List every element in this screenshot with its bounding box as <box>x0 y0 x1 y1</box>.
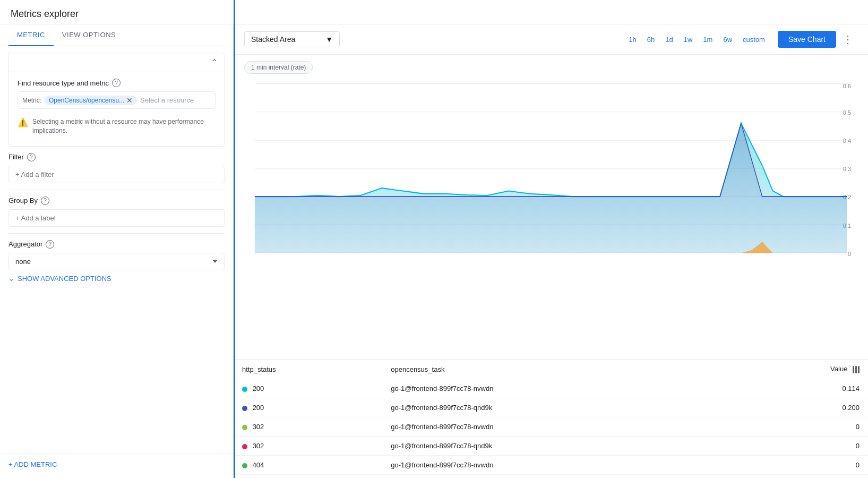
collapse-button[interactable]: ⌃ <box>211 57 218 67</box>
cell-value: 0 <box>733 417 868 437</box>
section-body: Find resource type and metric ? Metric: … <box>9 72 224 146</box>
filter-section: Filter ? <box>0 153 233 183</box>
warning-text: Selecting a metric without a resource ma… <box>32 117 216 135</box>
time-btn-1h[interactable]: 1h <box>624 32 640 47</box>
table-row: 302 go-1@frontend-899f7cc78-nvwdn 0 <box>234 417 868 437</box>
chart-type-label: Stacked Area <box>251 35 295 44</box>
time-btn-6w[interactable]: 6w <box>719 32 736 47</box>
color-dot <box>242 425 247 430</box>
warning-box: ⚠️ Selecting a metric without a resource… <box>18 113 216 140</box>
color-dot <box>242 444 247 449</box>
warning-icon: ⚠️ <box>18 117 28 127</box>
chart-toolbar: Stacked Area ▼ 1h 6h 1d 1w 1m 6w custom … <box>234 24 868 55</box>
color-dot <box>242 387 247 392</box>
chart-type-dropdown[interactable]: Stacked Area ▼ <box>244 31 340 47</box>
find-resource-help-icon[interactable]: ? <box>112 79 121 87</box>
color-dot <box>242 463 247 468</box>
time-btn-1w[interactable]: 1w <box>680 32 697 47</box>
cell-http-status: 200 <box>234 379 382 398</box>
add-metric-button[interactable]: + ADD METRIC <box>0 454 233 475</box>
time-btn-6h[interactable]: 6h <box>643 32 659 47</box>
cell-http-status: 404 <box>234 456 382 475</box>
chevron-down-icon: ⌄ <box>8 275 14 283</box>
cell-task: go-1@frontend-899f7cc78-nvwdn <box>382 417 733 437</box>
cell-value: 0 <box>733 437 868 456</box>
chart-area: 1 min interval (rate) 0 0.1 0.2 0.3 0.4 … <box>234 55 868 359</box>
app-title: Metrics explorer <box>0 0 868 24</box>
find-resource-section: ⌃ Find resource type and metric ? Metric… <box>8 53 225 147</box>
resource-select[interactable]: Select a resource <box>140 95 194 105</box>
col-http-status: http_status <box>234 360 382 379</box>
cell-http-status: 302 <box>234 437 382 456</box>
time-btn-1m[interactable]: 1m <box>699 32 717 47</box>
time-btn-1d[interactable]: 1d <box>661 32 677 47</box>
interval-badge: 1 min interval (rate) <box>244 61 313 74</box>
filter-input[interactable] <box>8 166 225 183</box>
dropdown-arrow-icon: ▼ <box>325 35 333 44</box>
cell-http-status: 302 <box>234 417 382 437</box>
aggregator-section: Aggregator ? none sum mean min max count <box>0 240 233 270</box>
left-panel: METRIC VIEW OPTIONS ⌃ Find resource type… <box>0 24 234 475</box>
cell-value: 0 <box>733 456 868 475</box>
time-controls: 1h 6h 1d 1w 1m 6w custom Save Chart ⋮ <box>624 31 857 48</box>
cell-value: 0.200 <box>733 398 868 417</box>
right-panel: Stacked Area ▼ 1h 6h 1d 1w 1m 6w custom … <box>234 24 868 475</box>
col-opencensus-task: opencensus_task <box>382 360 733 379</box>
group-by-section: Group By ? <box>0 197 233 227</box>
svg-text:0.3: 0.3 <box>843 166 851 172</box>
chart-container: 0 0.1 0.2 0.3 0.4 0.5 0.6 <box>244 78 857 259</box>
group-by-input[interactable] <box>8 209 225 227</box>
cell-task: go-1@frontend-899f7cc78-nvwdn <box>382 379 733 398</box>
table-row: 200 go-1@frontend-899f7cc78-qnd9k 0.200 <box>234 398 868 417</box>
find-resource-label: Find resource type and metric ? <box>18 79 216 87</box>
table-row: 404 go-1@frontend-899f7cc78-nvwdn 0 <box>234 456 868 475</box>
group-by-help-icon[interactable]: ? <box>41 197 49 205</box>
group-by-label: Group By ? <box>8 197 225 205</box>
data-table: http_status opencensus_task Value <box>234 359 868 475</box>
metric-chip: OpenCensus/opencensu... ✕ <box>45 96 137 105</box>
chip-close-icon[interactable]: ✕ <box>126 97 133 104</box>
cell-http-status: 200 <box>234 398 382 417</box>
tab-view-options[interactable]: VIEW OPTIONS <box>54 24 124 46</box>
show-advanced-options[interactable]: ⌄ SHOW ADVANCED OPTIONS <box>0 270 233 287</box>
aggregator-select[interactable]: none sum mean min max count <box>8 253 225 270</box>
color-dot <box>242 406 247 411</box>
aggregator-label: Aggregator ? <box>8 240 225 249</box>
section-header: ⌃ <box>9 53 224 72</box>
metric-label: Metric: <box>22 97 41 104</box>
filter-help-icon[interactable]: ? <box>27 153 36 161</box>
cell-task: go-1@frontend-899f7cc78-nvwdn <box>382 456 733 475</box>
cell-task: go-1@frontend-899f7cc78-qnd9k <box>382 437 733 456</box>
filter-label: Filter ? <box>8 153 225 161</box>
time-btn-custom[interactable]: custom <box>738 32 769 47</box>
save-chart-button[interactable]: Save Chart <box>778 31 836 48</box>
cell-value: 0.114 <box>733 379 868 398</box>
metric-input-row[interactable]: Metric: OpenCensus/opencensu... ✕ Select… <box>18 91 216 109</box>
cell-task: go-1@frontend-899f7cc78-qnd9k <box>382 398 733 417</box>
tab-bar: METRIC VIEW OPTIONS <box>0 24 233 46</box>
chart-svg: 0 0.1 0.2 0.3 0.4 0.5 0.6 <box>244 78 857 259</box>
more-options-button[interactable]: ⋮ <box>838 31 857 48</box>
columns-icon[interactable] <box>853 366 860 373</box>
svg-text:0: 0 <box>848 250 851 257</box>
col-value: Value <box>733 360 868 379</box>
svg-text:0.5: 0.5 <box>843 109 851 116</box>
table-row: 200 go-1@frontend-899f7cc78-nvwdn 0.114 <box>234 379 868 398</box>
aggregator-help-icon[interactable]: ? <box>46 240 54 249</box>
table-row: 302 go-1@frontend-899f7cc78-qnd9k 0 <box>234 437 868 456</box>
tab-metric[interactable]: METRIC <box>8 24 54 46</box>
svg-text:0.4: 0.4 <box>843 138 851 144</box>
